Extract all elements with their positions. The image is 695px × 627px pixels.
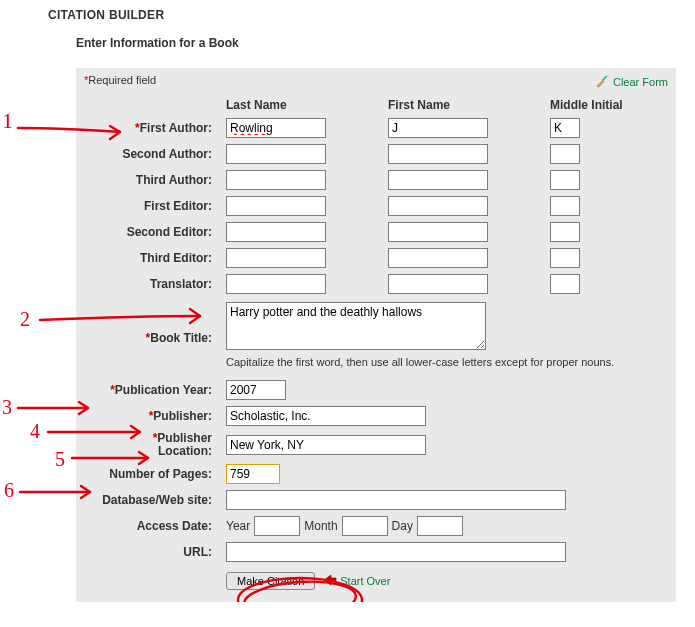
access-year-input[interactable] [254,516,300,536]
svg-line-0 [603,76,607,80]
label-translator: Translator: [84,277,214,291]
col-lastname: Last Name [226,98,376,112]
page-subtitle: Enter Information for a Book [76,36,695,50]
label-publisher: *Publisher: [84,409,214,423]
label-first-author: *First Author: [84,121,214,135]
label-pub-year: *Publication Year: [84,383,214,397]
second-author-mid[interactable] [550,144,580,164]
label-num-pages: Number of Pages: [84,467,214,481]
required-note: *Required field [84,74,156,86]
clear-form-link[interactable]: Clear Form [595,74,668,90]
citation-form: *Required field Clear Form Last Name Fir… [76,68,676,602]
access-month-input[interactable] [342,516,388,536]
second-editor-last[interactable] [226,222,326,242]
book-title-input[interactable]: Harry potter and the deathly hallows [226,302,486,350]
url-input[interactable] [226,542,566,562]
page-title: CITATION BUILDER [48,8,695,22]
access-month-label: Month [304,519,337,533]
pub-loc-input[interactable] [226,435,426,455]
make-citation-button[interactable]: Make Citation [226,572,315,590]
label-pub-loc: *PublisherLocation: [84,432,214,458]
back-arrow-icon [323,574,337,588]
translator-mid[interactable] [550,274,580,294]
third-editor-first[interactable] [388,248,488,268]
book-title-hint: Capitalize the first word, then use all … [226,356,668,368]
second-editor-mid[interactable] [550,222,580,242]
translator-last[interactable] [226,274,326,294]
first-author-first[interactable] [388,118,488,138]
third-author-last[interactable] [226,170,326,190]
label-access-date: Access Date: [84,519,214,533]
label-third-author: Third Author: [84,173,214,187]
broom-icon [595,74,609,90]
first-editor-mid[interactable] [550,196,580,216]
pub-year-input[interactable] [226,380,286,400]
second-editor-first[interactable] [388,222,488,242]
first-author-mid[interactable] [550,118,580,138]
num-pages-input[interactable] [226,464,280,484]
label-second-author: Second Author: [84,147,214,161]
label-book-title: *Book Title: [84,331,214,345]
third-author-first[interactable] [388,170,488,190]
second-author-last[interactable] [226,144,326,164]
db-site-input[interactable] [226,490,566,510]
label-third-editor: Third Editor: [84,251,214,265]
access-year-label: Year [226,519,250,533]
translator-first[interactable] [388,274,488,294]
label-url: URL: [84,545,214,559]
third-editor-mid[interactable] [550,248,580,268]
publisher-input[interactable] [226,406,426,426]
col-middle: Middle Initial [550,98,645,112]
third-editor-last[interactable] [226,248,326,268]
first-editor-first[interactable] [388,196,488,216]
third-author-mid[interactable] [550,170,580,190]
access-day-label: Day [392,519,413,533]
col-firstname: First Name [388,98,538,112]
first-editor-last[interactable] [226,196,326,216]
start-over-link[interactable]: Start Over [323,574,390,588]
label-db-site: Database/Web site: [84,493,214,507]
label-first-editor: First Editor: [84,199,214,213]
first-author-last[interactable] [226,118,326,138]
access-day-input[interactable] [417,516,463,536]
second-author-first[interactable] [388,144,488,164]
label-second-editor: Second Editor: [84,225,214,239]
